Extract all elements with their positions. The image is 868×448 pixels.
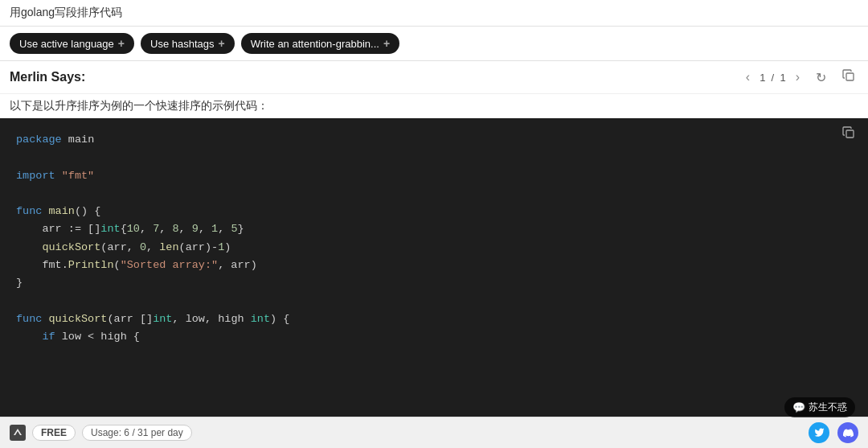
refresh-button[interactable]: ↻ — [813, 68, 829, 87]
svg-rect-0 — [846, 73, 854, 80]
description-text: 以下是以升序排序为例的一个快速排序的示例代码： — [0, 94, 868, 118]
logo-icon — [10, 425, 26, 441]
chip-plus-0: + — [118, 37, 125, 50]
wechat-icon: 💬 — [792, 401, 805, 413]
watermark: 💬 苏生不惑 — [784, 397, 855, 417]
chip-attention[interactable]: Write an attention-grabbin... + — [241, 33, 399, 54]
prompt-input[interactable] — [10, 6, 858, 19]
merlin-header: Merlin Says: ‹ 1 / 1 › ↻ — [0, 61, 868, 94]
discord-icon[interactable] — [837, 422, 858, 443]
chip-label: Write an attention-grabbin... — [251, 38, 379, 50]
twitter-icon[interactable] — [809, 422, 829, 443]
page-indicator: 1 / 1 — [756, 72, 789, 84]
merlin-title: Merlin Says: — [10, 70, 85, 84]
bottom-right — [809, 422, 858, 443]
chip-label: Use active language — [19, 38, 114, 50]
top-bar — [0, 0, 868, 27]
code-copy-icon[interactable] — [842, 126, 855, 142]
chip-hashtags[interactable]: Use hashtags + — [141, 33, 235, 54]
bottom-bar: FREE Usage: 6 / 31 per day — [0, 417, 868, 448]
main-content: Merlin Says: ‹ 1 / 1 › ↻ 以下是以升序排序为例的一个快速… — [0, 61, 868, 417]
code-block: package main import "fmt" func main() { … — [16, 131, 852, 346]
free-badge: FREE — [32, 425, 76, 441]
chip-active-language[interactable]: Use active language + — [10, 33, 134, 54]
chip-plus-1: + — [219, 37, 225, 50]
nav-controls: ‹ 1 / 1 › — [743, 68, 803, 86]
code-container[interactable]: package main import "fmt" func main() { … — [0, 118, 868, 417]
svg-rect-1 — [846, 130, 854, 138]
bottom-left: FREE Usage: 6 / 31 per day — [10, 425, 192, 441]
chip-plus-2: + — [383, 37, 390, 50]
merlin-controls: ‹ 1 / 1 › ↻ — [743, 68, 858, 87]
chip-label: Use hashtags — [150, 38, 215, 50]
watermark-text: 苏生不惑 — [809, 401, 847, 414]
usage-text: Usage: 6 / 31 per day — [82, 425, 192, 441]
prev-button[interactable]: ‹ — [743, 68, 753, 86]
chips-bar: Use active language + Use hashtags + Wri… — [0, 27, 868, 61]
copy-button[interactable] — [839, 68, 858, 87]
next-button[interactable]: › — [792, 68, 803, 86]
